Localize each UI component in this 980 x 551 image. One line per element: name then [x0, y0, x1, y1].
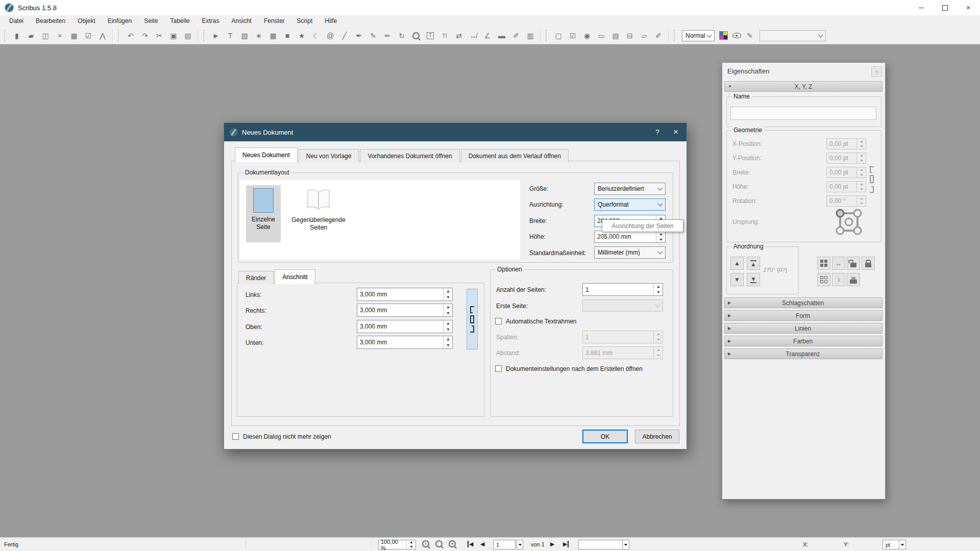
undo-icon[interactable]: ↶ [124, 29, 137, 42]
print-document-icon[interactable]: ▦ [67, 29, 81, 42]
tab-neu-von-vorlage[interactable]: Neu von Vorlage [299, 149, 359, 162]
eye-dropper-icon[interactable]: ✐ [509, 29, 523, 42]
redo-icon[interactable]: ↷ [138, 29, 152, 42]
spin-down[interactable] [444, 342, 452, 348]
measurements-icon[interactable]: ∠ [481, 29, 494, 42]
to-back-button[interactable]: ▼ [747, 273, 760, 286]
image-quality-select[interactable]: Normal [682, 30, 715, 41]
copy-icon[interactable]: ▣ [167, 29, 180, 42]
zoom-default-button[interactable] [435, 540, 443, 548]
menu-seite[interactable]: Seite [138, 15, 164, 27]
unit-dropdown-button[interactable] [899, 540, 905, 549]
pdf-link-annotation-icon[interactable]: ✐ [652, 29, 665, 42]
to-front-button[interactable]: ▲ [747, 257, 760, 270]
spin-down[interactable] [654, 290, 663, 296]
first-page-button[interactable]: ◀ [468, 541, 473, 547]
oben-field[interactable]: 3,000 mm [357, 320, 453, 333]
menu-datei[interactable]: Datei [3, 15, 30, 27]
link-margins-button[interactable] [467, 289, 478, 349]
export-pdf-icon[interactable]: ⋀ [96, 29, 109, 42]
dont-show-checkbox[interactable] [232, 433, 239, 440]
spin-down[interactable] [407, 545, 415, 549]
tab-dokument-aus-verlauf[interactable]: Dokument aus dem Verlauf öffnen [461, 149, 569, 162]
zoom-icon[interactable] [409, 29, 423, 42]
maximize-button[interactable] [933, 0, 957, 15]
menu-ansicht[interactable]: Ansicht [226, 15, 258, 27]
section-schlagschatten[interactable]: ▶ Schlagschatten [724, 297, 883, 308]
page-select-dropdown-button[interactable] [517, 540, 523, 549]
ungroup-objects-button[interactable] [817, 273, 830, 286]
cut-icon[interactable]: ✂ [153, 29, 166, 42]
spin-up[interactable] [444, 320, 452, 327]
unit-select[interactable]: pt [883, 540, 906, 549]
pdf-annotation-icon[interactable]: ▱ [638, 29, 651, 42]
toolbar-drag-handle[interactable] [118, 30, 121, 41]
pdf-list-box-icon[interactable]: ▤ [609, 29, 622, 42]
current-page-field[interactable]: 1 [493, 540, 516, 549]
dialog-close-button[interactable]: × [667, 123, 684, 141]
ok-button[interactable]: OK [582, 430, 628, 443]
color-management-button[interactable] [717, 29, 730, 42]
insert-spiral-icon[interactable]: @ [324, 29, 337, 42]
section-transparenz[interactable]: ▶ Transparenz [724, 348, 883, 359]
cancel-button[interactable]: Abbrechen [635, 430, 679, 443]
previous-page-button[interactable]: ◀ [480, 541, 484, 547]
flip-horizontal-button[interactable]: ↔ [832, 257, 845, 270]
raise-button[interactable]: ▲ [730, 257, 744, 270]
lock-size-button[interactable] [862, 257, 875, 270]
barcode-icon[interactable]: ▥ [524, 29, 537, 42]
toolbar-drag-handle[interactable] [203, 30, 206, 41]
insert-table-icon[interactable]: ▦ [266, 29, 280, 42]
toggle-printing-button[interactable] [847, 273, 860, 286]
insert-line-icon[interactable]: ╱ [338, 29, 351, 42]
basepoint-selector[interactable] [834, 208, 864, 239]
insert-image-frame-icon[interactable]: ▧ [238, 29, 251, 42]
insert-calligraphic-line-icon[interactable]: ✏ [381, 29, 394, 42]
pdf-radio-button-icon[interactable]: ◉ [580, 29, 594, 42]
spin-down[interactable] [656, 237, 665, 242]
groesse-select[interactable]: Benutzerdefiniert [594, 183, 666, 195]
menu-fenster[interactable]: Fenster [258, 15, 291, 27]
paste-icon[interactable]: ▤ [181, 29, 194, 42]
edit-contents-icon[interactable]: T [424, 29, 437, 42]
menu-einfuegen[interactable]: Einfügen [102, 15, 138, 27]
insert-shape-icon[interactable]: ■ [281, 29, 294, 42]
open-settings-checkbox[interactable] [495, 365, 502, 372]
unlink-text-frames-icon[interactable]: ↮ [467, 29, 480, 42]
tab-raender[interactable]: Ränder [238, 271, 274, 284]
close-button[interactable]: × [957, 0, 980, 15]
zoom-level-field[interactable]: 100,00 % [378, 540, 416, 549]
section-linien[interactable]: ▶ Linien [724, 323, 883, 334]
menu-tabelle[interactable]: Tabelle [164, 15, 195, 27]
pdf-text-field-icon[interactable]: ▭ [595, 29, 608, 42]
rotate-item-icon[interactable]: ↻ [395, 29, 408, 42]
properties-close-button[interactable]: × [871, 66, 882, 77]
preview-visual-appearance-select[interactable] [760, 30, 826, 41]
close-document-icon[interactable]: × [53, 29, 66, 42]
insert-arc-icon[interactable]: ☾ [309, 29, 323, 42]
insert-polygon-icon[interactable]: ★ [295, 29, 308, 42]
flip-vertical-button[interactable]: ↕ [832, 273, 845, 286]
menu-script[interactable]: Script [291, 15, 319, 27]
rechts-field[interactable]: 3,000 mm [357, 304, 453, 317]
ausrichtung-select[interactable]: Querformat [594, 198, 666, 211]
section-farben[interactable]: ▶ Farben [724, 336, 883, 346]
zoom-in-button[interactable]: + [449, 540, 456, 548]
lower-button[interactable]: ▼ [730, 273, 744, 286]
tab-vorhandenes-dokument[interactable]: Vorhandenes Dokument öffnen [360, 149, 459, 162]
pdf-checkbox-icon[interactable]: ☑ [566, 29, 579, 42]
section-xyz[interactable]: ▼ X, Y, Z [724, 81, 883, 92]
pdf-combo-box-icon[interactable]: ⊟ [623, 29, 636, 42]
insert-bezier-icon[interactable]: ✒ [352, 29, 365, 42]
hoehe-field[interactable]: 205,000 mm [594, 231, 666, 243]
last-page-button[interactable]: ▶ [563, 541, 569, 547]
new-document-icon[interactable]: ▮ [10, 29, 23, 42]
lock-object-button[interactable] [847, 257, 860, 270]
toolbar-drag-handle[interactable] [546, 30, 549, 41]
einheit-select[interactable]: Millimeter (mm) [594, 246, 666, 259]
preview-mode-button[interactable] [730, 29, 743, 42]
name-input[interactable] [730, 107, 876, 120]
toolbar-drag-handle[interactable] [674, 30, 677, 41]
spin-down[interactable] [444, 327, 452, 333]
spin-up[interactable] [444, 288, 452, 294]
